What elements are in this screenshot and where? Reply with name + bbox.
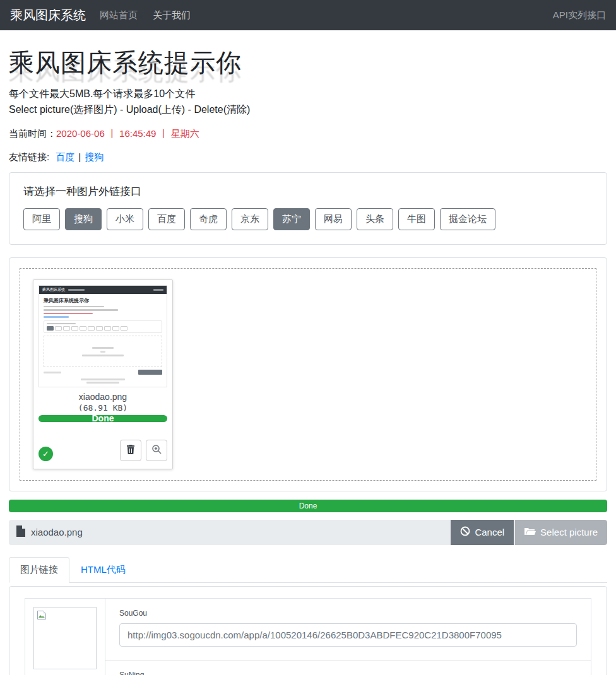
interface-button-niutu[interactable]: 牛图 bbox=[398, 208, 435, 230]
result-fields: SouGou SuNing bbox=[105, 599, 591, 675]
page-title: 乘风图床系统提示你 bbox=[9, 45, 607, 80]
friend-links-separator: | bbox=[78, 151, 81, 162]
interface-button-juejin[interactable]: 掘金论坛 bbox=[440, 208, 495, 230]
interface-button-sogou[interactable]: 搜狗 bbox=[65, 208, 102, 230]
sougou-url-input[interactable] bbox=[119, 623, 577, 647]
preview-thumbnail: 乘风图床系统 乘风图床系统提示你 bbox=[38, 285, 167, 387]
result-thumbnail bbox=[33, 607, 97, 669]
sougou-label: SouGou bbox=[119, 609, 577, 618]
global-progress-bar: Done bbox=[9, 500, 607, 512]
interface-button-jd[interactable]: 京东 bbox=[232, 208, 268, 230]
interface-button-suning[interactable]: 苏宁 bbox=[273, 208, 310, 230]
result-thumb-cell bbox=[25, 599, 105, 675]
interface-panel-title: 请选择一种图片外链接口 bbox=[23, 184, 593, 199]
file-display[interactable]: xiaodao.png bbox=[9, 520, 451, 545]
friend-link-baidu[interactable]: 百度 bbox=[56, 151, 74, 162]
file-icon bbox=[16, 525, 25, 539]
nav-item-home[interactable]: 网站首页 bbox=[100, 9, 138, 21]
interface-panel: 请选择一种图片外链接口 阿里搜狗小米百度奇虎京东苏宁网易头条牛图掘金论坛 bbox=[9, 172, 607, 245]
friend-link-sogou[interactable]: 搜狗 bbox=[85, 151, 104, 162]
friend-links-row: 友情链接: 百度|搜狗 bbox=[9, 151, 607, 163]
nav-item-about[interactable]: 关于我们 bbox=[153, 9, 191, 21]
current-time-label: 当前时间： bbox=[9, 128, 56, 139]
preview-filename: xiaodao.png bbox=[38, 392, 167, 402]
select-picture-button[interactable]: Select picture bbox=[515, 520, 607, 545]
nav-item-api[interactable]: API实列接口 bbox=[553, 9, 606, 21]
mini-page-title: 乘风图床系统提示你 bbox=[44, 297, 162, 304]
magnifier-plus-icon bbox=[151, 444, 162, 457]
global-progress-label: Done bbox=[299, 502, 317, 510]
upload-preview-card: 乘风图床系统 乘风图床系统提示你 bbox=[33, 279, 173, 469]
interface-button-xiaomi[interactable]: 小米 bbox=[107, 208, 143, 230]
tab-image-links[interactable]: 图片链接 bbox=[9, 557, 69, 583]
success-check-icon: ✓ bbox=[38, 447, 53, 461]
broken-image-icon bbox=[37, 611, 47, 622]
file-input-row: xiaodao.png Cancel Select picture bbox=[9, 520, 607, 545]
result-row-sougou: SouGou bbox=[105, 599, 591, 660]
interface-button-wangyi[interactable]: 网易 bbox=[315, 208, 352, 230]
current-time-row: 当前时间：2020-06-06 丨 16:45:49 丨 星期六 bbox=[9, 128, 607, 140]
result-tabs: 图片链接 HTML代码 bbox=[9, 557, 607, 583]
interface-button-qihu[interactable]: 奇虎 bbox=[190, 208, 227, 230]
navbar: 乘风图床系统 网站首页 关于我们 API实列接口 bbox=[0, 0, 616, 30]
selected-file-name: xiaodao.png bbox=[31, 527, 83, 537]
interface-button-baidu[interactable]: 百度 bbox=[148, 208, 185, 230]
main-container: 乘风图床系统提示你 每个文件最大5MB.每个请求最多10个文件 Select p… bbox=[0, 30, 616, 675]
delete-image-button[interactable] bbox=[120, 440, 141, 461]
result-row-suning: SuNing bbox=[105, 660, 591, 675]
preview-filesize: (68.91 KB) bbox=[38, 403, 167, 413]
usage-text: Select picture(选择图片) - Upload(上传) - Dele… bbox=[9, 102, 607, 118]
zoom-image-button[interactable] bbox=[146, 440, 167, 461]
limit-text: 每个文件最大5MB.每个请求最多10个文件 bbox=[9, 86, 607, 102]
preview-progress-label: Done bbox=[92, 415, 114, 422]
dropzone[interactable]: 乘风图床系统 乘风图床系统提示你 bbox=[20, 268, 596, 481]
tab-html-code[interactable]: HTML代码 bbox=[69, 557, 137, 583]
interface-button-row: 阿里搜狗小米百度奇虎京东苏宁网易头条牛图掘金论坛 bbox=[23, 208, 593, 230]
interface-button-ali[interactable]: 阿里 bbox=[23, 208, 60, 230]
interface-button-toutiao[interactable]: 头条 bbox=[357, 208, 393, 230]
ban-icon bbox=[460, 526, 470, 538]
preview-progress-bar: Done bbox=[38, 415, 167, 422]
suning-label: SuNing bbox=[119, 671, 577, 675]
trash-icon bbox=[126, 444, 136, 457]
upload-card: 乘风图床系统 乘风图床系统提示你 bbox=[9, 257, 607, 491]
friend-links-label: 友情链接: bbox=[9, 151, 49, 162]
brand-link[interactable]: 乘风图床系统 bbox=[10, 7, 86, 24]
mini-brand-text: 乘风图床系统 bbox=[42, 287, 65, 293]
cancel-button[interactable]: Cancel bbox=[451, 520, 514, 545]
mini-navbar: 乘风图床系统 bbox=[39, 286, 167, 294]
current-time-value: 2020-06-06 丨 16:45:49 丨 星期六 bbox=[56, 128, 199, 139]
folder-icon bbox=[524, 527, 536, 538]
result-box: SouGou SuNing bbox=[25, 598, 591, 675]
links-panel: SouGou SuNing bbox=[9, 586, 607, 675]
